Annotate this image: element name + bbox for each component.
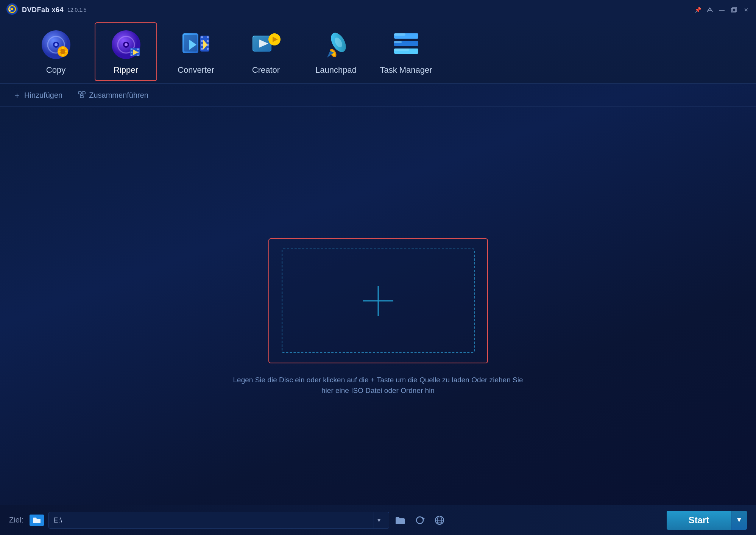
titlebar: D DVDFab x64 12.0.1.5 📌 — ✕: [0, 0, 756, 20]
drop-hint: Legen Sie die Disc ein oder klicken auf …: [227, 375, 530, 396]
taskmanager-icon: [390, 28, 423, 61]
svg-rect-54: [394, 33, 405, 36]
nav-converter[interactable]: Converter: [165, 22, 227, 81]
svg-rect-35: [201, 48, 203, 50]
svg-rect-57: [78, 92, 81, 94]
drop-zone[interactable]: [268, 238, 488, 363]
start-btn-container: Start ▼: [667, 511, 747, 530]
nav-launchpad-label: Launchpad: [315, 65, 357, 75]
toolbar: ＋ Hinzufügen Zusammenführen: [0, 84, 756, 107]
svg-rect-13: [62, 54, 64, 56]
navbar: Copy: [0, 20, 756, 84]
nav-launchpad[interactable]: Launchpad: [305, 22, 367, 81]
svg-point-9: [55, 43, 58, 46]
svg-rect-59: [80, 95, 83, 98]
start-button[interactable]: Start: [667, 511, 731, 530]
add-icon: ＋: [13, 90, 21, 101]
nav-ripper[interactable]: Ripper: [95, 22, 157, 81]
main-content: Legen Sie die Disc ein oder klicken auf …: [0, 107, 756, 505]
copy-icon: [39, 28, 73, 61]
statusbar: Ziel: E:\ ▼: [0, 505, 756, 535]
ripper-icon: [109, 28, 143, 61]
app-name: DVDFab x64: [22, 6, 64, 14]
svg-rect-14: [58, 51, 61, 52]
path-input[interactable]: E:\ ▼: [48, 512, 389, 529]
add-label: Hinzufügen: [24, 91, 62, 100]
svg-rect-33: [201, 40, 203, 42]
nav-creator[interactable]: Creator: [235, 22, 297, 81]
app-logo: D: [6, 3, 18, 17]
svg-rect-22: [131, 52, 132, 53]
drop-inner: [282, 249, 475, 353]
merge-button[interactable]: Zusammenführen: [74, 88, 152, 103]
nav-creator-label: Creator: [252, 65, 280, 75]
svg-rect-24: [137, 48, 139, 50]
svg-rect-26: [137, 55, 139, 56]
merge-label: Zusammenführen: [89, 91, 148, 100]
refresh-button[interactable]: [413, 514, 426, 527]
creator-icon: [249, 28, 283, 61]
converter-icon: [179, 28, 213, 61]
svg-rect-37: [207, 40, 209, 42]
statusbar-icons: [394, 514, 446, 527]
path-value: E:\: [53, 516, 374, 524]
nav-copy-label: Copy: [46, 65, 65, 75]
pin-button[interactable]: 📌: [694, 6, 701, 14]
path-dropdown[interactable]: ▼: [374, 512, 384, 528]
svg-rect-56: [394, 48, 409, 51]
svg-rect-21: [131, 48, 132, 50]
svg-rect-32: [201, 36, 203, 38]
minimize-button[interactable]: —: [718, 6, 726, 14]
start-dropdown-button[interactable]: ▼: [731, 511, 747, 530]
ziel-label: Ziel:: [9, 516, 23, 524]
svg-rect-39: [207, 48, 209, 50]
add-button[interactable]: ＋ Hinzufügen: [9, 88, 66, 103]
window-controls: 📌 — ✕: [694, 6, 750, 14]
merge-icon: [78, 90, 86, 101]
browse-folder-button[interactable]: [394, 514, 407, 527]
svg-point-19: [125, 43, 128, 46]
svg-text:D: D: [9, 7, 11, 11]
launchpad-icon: [320, 28, 353, 61]
svg-rect-55: [394, 41, 402, 43]
nav-ripper-label: Ripper: [114, 65, 138, 75]
svg-rect-23: [131, 55, 132, 56]
svg-rect-58: [82, 92, 85, 94]
nav-converter-label: Converter: [178, 65, 214, 75]
nav-taskmanager-label: Task Manager: [380, 65, 432, 75]
nav-taskmanager[interactable]: Task Manager: [375, 22, 437, 81]
app-version: 12.0.1.5: [67, 7, 87, 13]
network-icon[interactable]: [706, 6, 714, 14]
svg-rect-12: [62, 47, 64, 49]
globe-button[interactable]: [433, 514, 446, 527]
folder-icon: [30, 515, 44, 526]
drop-plus-icon: [361, 284, 395, 318]
svg-point-11: [60, 49, 65, 54]
nav-copy[interactable]: Copy: [25, 22, 87, 81]
svg-rect-36: [207, 36, 209, 38]
svg-rect-15: [65, 51, 67, 52]
svg-rect-34: [201, 44, 203, 46]
close-button[interactable]: ✕: [742, 6, 750, 14]
restore-button[interactable]: [730, 6, 738, 14]
